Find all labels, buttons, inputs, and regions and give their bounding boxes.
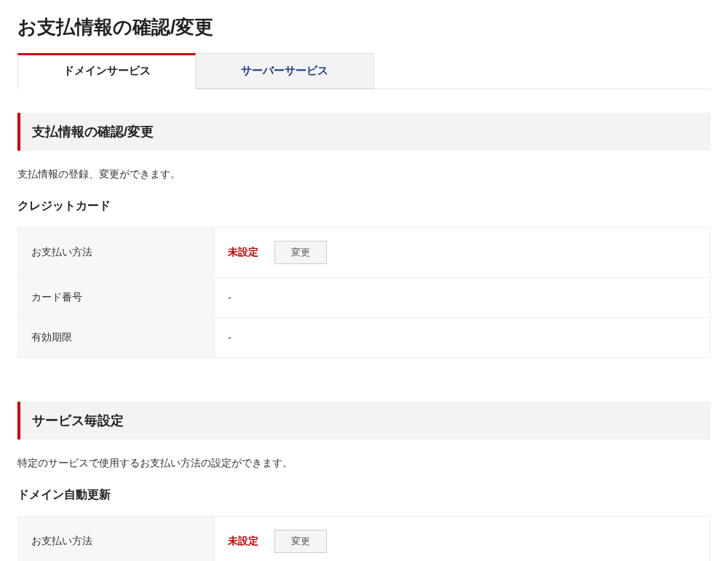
credit-card-table: お支払い方法 未設定 変更 カード番号 - 有効期限 - [17,227,711,358]
tab-server-service[interactable]: サーバーサービス [196,53,374,89]
card-number-value: - [215,278,711,318]
page-title: お支払情報の確認/変更 [17,15,711,40]
service-settings-header: サービス毎設定 [17,402,711,439]
credit-card-title: クレジットカード [17,199,711,214]
service-settings-section: サービス毎設定 特定のサービスで使用するお支払い方法の設定ができます。 ドメイン… [17,402,711,561]
auto-renew-payment-label: お支払い方法 [18,517,215,562]
auto-renew-payment-value-cell: 未設定 変更 [215,517,711,562]
card-number-label: カード番号 [18,278,215,318]
tab-domain-service[interactable]: ドメインサービス [17,53,196,89]
payment-info-section: 支払情報の確認/変更 支払情報の登録、変更ができます。 クレジットカード お支払… [17,113,711,358]
expiry-label: 有効期限 [18,318,215,358]
status-badge: 未設定 [228,246,258,259]
table-row: 有効期限 - [18,318,711,358]
service-tabs: ドメインサービス サーバーサービス [17,53,711,89]
domain-auto-renew-title: ドメイン自動更新 [17,488,711,503]
payment-info-description: 支払情報の登録、変更ができます。 [17,168,711,181]
table-row: お支払い方法 未設定 変更 [18,517,711,562]
table-row: カード番号 - [18,278,711,318]
expiry-value: - [215,318,711,358]
domain-auto-renew-table: お支払い方法 未設定 変更 [17,516,711,561]
payment-method-label: お支払い方法 [18,228,215,278]
status-badge: 未設定 [228,535,258,548]
table-row: お支払い方法 未設定 変更 [18,228,711,278]
service-settings-description: 特定のサービスで使用するお支払い方法の設定ができます。 [17,457,711,470]
payment-info-header: 支払情報の確認/変更 [17,113,711,151]
change-auto-renew-payment-button[interactable]: 変更 [274,530,327,553]
payment-method-value-cell: 未設定 変更 [215,228,711,278]
change-payment-method-button[interactable]: 変更 [274,241,327,264]
